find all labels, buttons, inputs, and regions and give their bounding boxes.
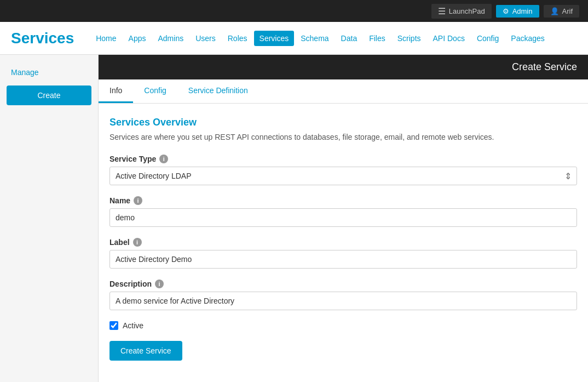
user-icon: 👤: [550, 7, 559, 15]
sidebar-create-button[interactable]: Create: [7, 85, 91, 105]
nav-menu: Home Apps Admins Users Roles Services Sc…: [90, 31, 550, 46]
admin-label: Admin: [512, 7, 533, 15]
hamburger-icon: ☰: [438, 6, 446, 16]
header: Services Home Apps Admins Users Roles Se…: [0, 22, 588, 55]
nav-item-admins[interactable]: Admins: [153, 31, 189, 46]
nav-item-roles[interactable]: Roles: [222, 31, 253, 46]
admin-button[interactable]: ⚙ Admin: [496, 5, 539, 18]
sidebar: Manage Create: [0, 55, 99, 382]
sidebar-item-manage[interactable]: Manage: [0, 64, 98, 81]
service-type-info-icon[interactable]: i: [159, 155, 168, 163]
name-label: Name i: [109, 196, 577, 205]
nav-item-users[interactable]: Users: [190, 31, 221, 46]
description-group: Description i: [109, 280, 577, 310]
tab-service-definition[interactable]: Service Definition: [177, 79, 259, 103]
content-header: Create Service: [99, 55, 588, 79]
label-label: Label i: [109, 238, 577, 247]
description-input[interactable]: [109, 292, 577, 310]
nav-item-files[interactable]: Files: [364, 31, 391, 46]
service-type-group: Service Type i Active Directory LDAP Loc…: [109, 155, 577, 185]
service-type-select[interactable]: Active Directory LDAP Local SQL Remote S…: [109, 167, 577, 185]
user-button[interactable]: 👤 Arif: [544, 5, 580, 18]
nav-item-schema[interactable]: Schema: [295, 31, 334, 46]
section-description: Services are where you set up REST API c…: [109, 133, 577, 141]
section-title: Services Overview: [109, 117, 577, 128]
launchpad-label: LaunchPad: [449, 7, 485, 15]
name-group: Name i: [109, 196, 577, 227]
active-checkbox[interactable]: [109, 321, 118, 330]
launchpad-button[interactable]: ☰ LaunchPad: [431, 4, 492, 19]
description-info-icon[interactable]: i: [155, 280, 164, 288]
nav-item-services[interactable]: Services: [254, 31, 295, 46]
service-type-select-wrapper: Active Directory LDAP Local SQL Remote S…: [109, 167, 577, 185]
name-info-icon[interactable]: i: [134, 196, 142, 205]
label-info-icon[interactable]: i: [133, 238, 142, 247]
layout: Manage Create Create Service Info Config…: [0, 55, 588, 382]
label-input[interactable]: [109, 250, 577, 269]
label-group: Label i: [109, 238, 577, 269]
nav-item-data[interactable]: Data: [336, 31, 363, 46]
nav-item-config[interactable]: Config: [471, 31, 504, 46]
gear-icon: ⚙: [503, 7, 509, 15]
nav-item-scripts[interactable]: Scripts: [392, 31, 426, 46]
nav-item-apps[interactable]: Apps: [123, 31, 152, 46]
nav-item-home[interactable]: Home: [90, 31, 122, 46]
description-label: Description i: [109, 280, 577, 288]
tab-info[interactable]: Info: [99, 79, 133, 103]
nav-item-api-docs[interactable]: API Docs: [428, 31, 470, 46]
user-label: Arif: [562, 7, 573, 15]
service-type-label: Service Type i: [109, 155, 577, 163]
brand-title: Services: [11, 30, 74, 47]
create-service-button[interactable]: Create Service: [109, 341, 182, 361]
tabs: Info Config Service Definition: [99, 79, 588, 104]
tab-config[interactable]: Config: [133, 79, 177, 103]
active-checkbox-label[interactable]: Active: [123, 321, 143, 330]
top-bar: ☰ LaunchPad ⚙ Admin 👤 Arif: [0, 0, 588, 22]
nav-item-packages[interactable]: Packages: [505, 31, 550, 46]
form-area: Services Overview Services are where you…: [99, 104, 588, 374]
main-content: Create Service Info Config Service Defin…: [99, 55, 588, 382]
active-checkbox-row: Active: [109, 321, 577, 330]
name-input[interactable]: [109, 208, 577, 227]
